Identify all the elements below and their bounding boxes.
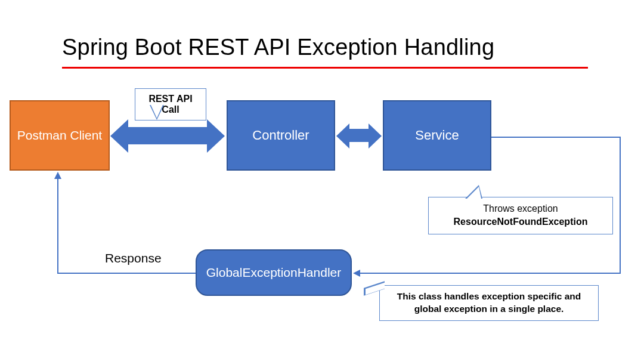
response-label: Response: [105, 251, 162, 265]
arrow-head-icon: [54, 172, 61, 179]
diagram-title: Spring Boot REST API Exception Handling: [62, 35, 494, 60]
arrow-head-left-icon: [110, 119, 128, 153]
service-node: Service: [383, 100, 491, 171]
arrow-head-right-icon: [369, 123, 382, 149]
arrow-controller-service: [348, 129, 370, 142]
throws-exception-callout: Throws exception ResourceNotFoundExcepti…: [428, 197, 613, 234]
arrow-postman-controller: [126, 127, 209, 144]
callout-tail-icon: [467, 187, 481, 199]
callout-tail-icon: [151, 105, 163, 118]
arrow-head-right-icon: [207, 119, 225, 153]
controller-node: Controller: [227, 100, 335, 171]
arrow-head-left-icon: [336, 123, 349, 149]
connector-line: [57, 173, 58, 273]
connector-line: [620, 137, 621, 273]
connector-line: [358, 273, 621, 274]
arrow-head-icon: [353, 270, 360, 277]
rest-api-call-callout: REST API Call: [135, 88, 206, 120]
callout-line: Throws exception: [436, 202, 605, 215]
connector-line: [491, 137, 620, 138]
callout-line: ResourceNotFoundException: [436, 215, 605, 228]
title-underline: [62, 67, 588, 69]
connector-line: [57, 273, 196, 274]
postman-client-node: Postman Client: [10, 100, 110, 171]
handles-exception-callout: This class handles exception specific an…: [379, 285, 599, 321]
global-exception-handler-node: GlobalExceptionHandler: [196, 249, 352, 296]
